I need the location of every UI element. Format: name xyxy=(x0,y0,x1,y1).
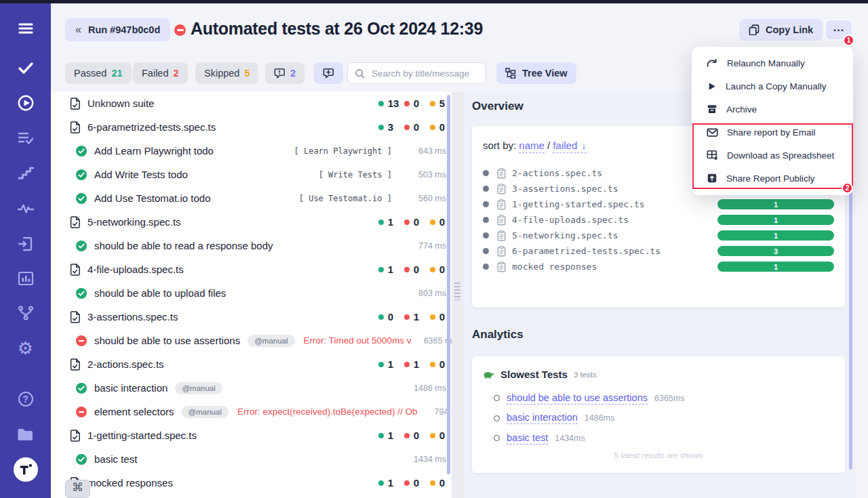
comment-icon xyxy=(274,68,285,79)
test-list-row[interactable]: basic test 1434 ms xyxy=(51,447,452,471)
mail-icon xyxy=(707,127,718,138)
skipped-dot-icon xyxy=(430,314,435,320)
play-circle-icon[interactable] xyxy=(0,94,51,112)
test-list-row[interactable]: element selectors @manual Error: expect(… xyxy=(51,400,452,423)
test-list-row[interactable]: 1-getting-started.spec.ts 1 0 0 xyxy=(51,423,452,447)
filter-failed-button[interactable]: Failed 2 xyxy=(133,62,188,84)
overview-suite-row[interactable]: 6-parametrized-tests.spec.ts 3 xyxy=(483,243,834,259)
bar-chart-icon[interactable] xyxy=(0,270,51,287)
panel-divider[interactable] xyxy=(452,91,464,498)
bullet-dot-icon xyxy=(483,217,489,223)
overview-suite-row[interactable]: 1-getting-started.spec.ts 1 xyxy=(483,196,834,212)
menu-item-download-spreadsheet[interactable]: Download as Spreadsheet xyxy=(692,144,853,167)
overview-suite-row[interactable]: 5-networking.spec.ts 1 xyxy=(483,228,834,243)
test-duration: 803 ms xyxy=(411,289,446,298)
testomat-logo[interactable] xyxy=(0,457,51,482)
search-icon xyxy=(355,68,365,79)
sort-by-failed-link[interactable]: failed↓ xyxy=(553,140,586,153)
branch-icon[interactable] xyxy=(0,304,51,322)
test-list-row[interactable]: should be able to read a response body 7… xyxy=(51,234,452,257)
passed-count-bar: 1 xyxy=(717,230,834,241)
skipped-dot-icon xyxy=(430,125,435,130)
menu-item-share-publicly[interactable]: Share Report Publicly xyxy=(692,167,853,190)
search-input[interactable] xyxy=(370,68,493,79)
test-list-row[interactable]: 6-parametrized-tests.spec.ts 3 0 0 xyxy=(51,115,452,139)
test-list-row[interactable]: 4-file-uploads.spec.ts 1 0 0 xyxy=(51,257,452,281)
overview-suite-row[interactable]: mocked responses 1 xyxy=(483,259,834,274)
tree-view-button[interactable]: Tree View xyxy=(496,62,576,84)
manual-tag-badge: @manual xyxy=(182,406,229,418)
copy-link-button[interactable]: Copy Link xyxy=(739,19,823,41)
passed-count: 21 xyxy=(111,68,122,79)
test-list-row[interactable]: should be able to upload files 803 ms xyxy=(51,281,452,305)
test-name: Add Learn Playwright todo xyxy=(94,145,214,157)
add-comment-button[interactable] xyxy=(314,62,343,84)
sort-divider: / xyxy=(547,140,550,151)
bullet-dot-icon xyxy=(483,201,489,207)
circle-bullet-icon xyxy=(494,395,500,401)
gear-icon[interactable]: ⚙ xyxy=(0,339,51,357)
check-icon[interactable] xyxy=(0,59,51,77)
slowest-test-link[interactable]: should be able to use assertions xyxy=(507,392,648,404)
slowest-tests-count: 3 tests xyxy=(574,371,597,379)
skipped-dot-icon xyxy=(430,220,435,225)
test-name: 2-actions.spec.ts xyxy=(87,358,164,370)
test-list-row[interactable]: should be able to use assertions @manual… xyxy=(51,329,452,352)
suite-file-icon xyxy=(70,358,80,371)
sort-by-name-link[interactable]: name xyxy=(519,140,545,153)
filter-comments-button[interactable]: 2 xyxy=(265,62,304,84)
steps-icon[interactable] xyxy=(0,165,51,182)
menu-item-share-email[interactable]: Share report by Email xyxy=(692,121,853,144)
test-list-row[interactable]: 5-networking.spec.ts 1 0 0 xyxy=(51,210,452,234)
annotation-badge-2: 2 xyxy=(842,182,853,194)
tree-view-icon xyxy=(505,68,516,79)
passed-dot-icon xyxy=(378,433,384,438)
passed-count: 0 xyxy=(378,311,404,323)
test-list-row[interactable]: Add Use Testomat.io todo [ Use Testomat.… xyxy=(51,186,452,210)
failed-count: 0 xyxy=(404,98,430,109)
test-list-row[interactable]: mocked responses 1 0 0 xyxy=(51,471,452,495)
comment-plus-icon xyxy=(323,68,334,79)
passed-dot-icon xyxy=(378,101,384,106)
test-list-row[interactable]: basic interaction @manual 1486 ms xyxy=(51,376,452,400)
failed-count: 0 xyxy=(404,121,430,133)
results-footnote: 5 latest results are shown xyxy=(472,451,845,459)
test-list-scrollbar[interactable] xyxy=(447,95,450,474)
bullet-dot-icon xyxy=(483,186,489,192)
slowest-test-link[interactable]: basic test xyxy=(507,432,548,444)
help-icon[interactable]: ? xyxy=(0,392,51,407)
folder-icon[interactable] xyxy=(0,426,51,442)
skipped-count: 0 xyxy=(430,216,446,228)
test-list-row[interactable]: 2-actions.spec.ts 1 1 0 xyxy=(51,352,452,376)
manual-tag-badge: @manual xyxy=(175,382,222,394)
test-duration: 643 ms xyxy=(411,146,446,156)
test-list-row[interactable]: 3-assertions.spec.ts 0 1 0 xyxy=(51,305,452,329)
suite-result-counts: 13 0 5 xyxy=(378,98,446,109)
test-list-row[interactable]: Add Learn Playwright todo [ Learn Playwr… xyxy=(51,139,452,163)
side-panel-scrollbar[interactable] xyxy=(849,178,852,470)
passed-count-bar: 1 xyxy=(717,199,834,209)
menu-icon[interactable] xyxy=(0,20,51,37)
overview-suite-name: 6-parametrized-tests.spec.ts xyxy=(512,246,660,256)
filter-skipped-button[interactable]: Skipped 5 xyxy=(195,62,258,84)
test-list-row[interactable]: Unknown suite 13 0 5 xyxy=(51,91,452,115)
menu-item-relaunch[interactable]: Relaunch Manually xyxy=(692,51,853,75)
pulse-icon[interactable] xyxy=(0,200,51,217)
test-list-row[interactable]: Add Write Tests todo [ Write Tests ] 503… xyxy=(51,163,452,186)
list-check-icon[interactable] xyxy=(0,129,51,147)
drag-handle-icon xyxy=(454,283,460,300)
menu-item-launch-copy[interactable]: Launch a Copy Manually xyxy=(692,75,853,98)
slowest-test-link[interactable]: basic interaction xyxy=(507,412,578,424)
filter-passed-button[interactable]: Passed 21 xyxy=(65,62,132,84)
back-to-run-button[interactable]: « Run #947b0c0d xyxy=(65,18,170,41)
suite-file-icon xyxy=(70,430,80,442)
page-title: Automated tests at 26 Oct 2024 12:39 xyxy=(191,19,483,39)
failed-count: 0 xyxy=(404,477,430,489)
passed-count: 3 xyxy=(378,121,404,133)
test-name: Add Use Testomat.io todo xyxy=(94,192,211,204)
overview-suite-row[interactable]: 4-file-uploads.spec.ts 1 xyxy=(483,212,834,228)
failed-dot-icon xyxy=(404,362,410,367)
failed-status-icon xyxy=(174,24,186,36)
sign-in-icon[interactable] xyxy=(0,235,51,253)
menu-item-archive[interactable]: Archive xyxy=(692,98,853,121)
